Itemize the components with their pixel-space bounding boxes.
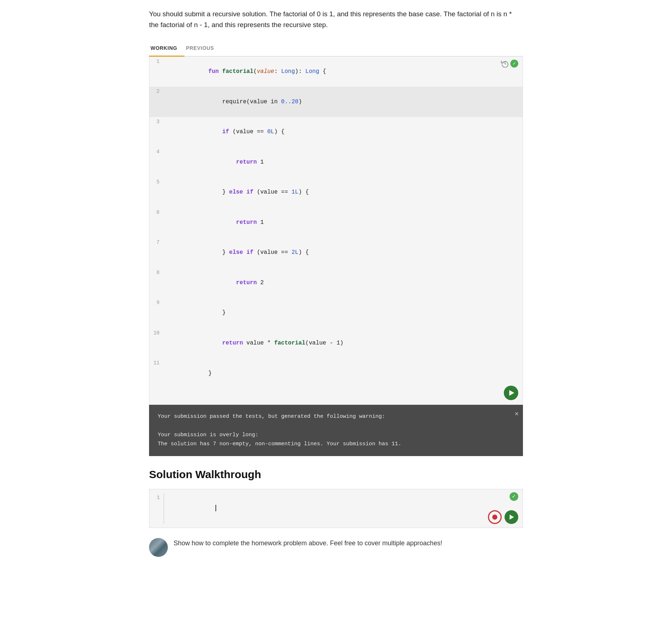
- line-code[interactable]: } else if (value == 2L) {: [164, 238, 523, 268]
- text-cursor: [215, 505, 216, 511]
- warning-line-3: Your submission is overly long:: [158, 430, 514, 440]
- table-row: 8 return 2: [149, 268, 523, 298]
- line-number: 5: [149, 177, 164, 208]
- line-code[interactable]: return 1: [164, 147, 523, 177]
- line-number: 2: [149, 87, 164, 117]
- warning-line-2: [158, 421, 514, 430]
- tabs-container: WORKING PREVIOUS: [149, 41, 523, 57]
- status-check-badge: ✓: [510, 60, 518, 68]
- code-table: 1 fun factorial(value: Long): Long { 2 r…: [149, 57, 523, 404]
- table-row: 10 return value * factorial(value - 1): [149, 328, 523, 359]
- line-number: 11: [149, 358, 164, 389]
- table-row: 5 } else if (value == 1L) {: [149, 177, 523, 208]
- solution-editor-toolbar: ✓: [510, 492, 518, 501]
- user-section: Show how to complete the homework proble…: [149, 528, 523, 557]
- table-row: 9 }: [149, 298, 523, 328]
- line-number: 6: [149, 208, 164, 238]
- line-code[interactable]: return 2: [164, 268, 523, 298]
- table-row: 2 require(value in 0..20): [149, 87, 523, 117]
- line-number: 9: [149, 298, 164, 328]
- warning-line-4: The solution has 7 non-empty, non-commen…: [158, 439, 514, 449]
- solution-run-button[interactable]: [505, 510, 518, 524]
- solution-section: Solution Walkthrough ✓ 1: [149, 456, 523, 528]
- table-row: 11 }: [149, 358, 523, 389]
- solution-line-code[interactable]: [164, 493, 523, 524]
- line-number: 4: [149, 147, 164, 177]
- run-button[interactable]: [504, 386, 518, 400]
- editor-toolbar: ✓: [501, 60, 518, 68]
- line-number: 8: [149, 268, 164, 298]
- solution-check-badge: ✓: [510, 492, 518, 501]
- line-number: 3: [149, 117, 164, 147]
- tab-previous[interactable]: PREVIOUS: [184, 41, 221, 57]
- record-button[interactable]: [488, 510, 502, 524]
- history-icon[interactable]: [501, 60, 509, 68]
- table-row: [149, 389, 523, 404]
- table-row: 1 fun factorial(value: Long): Long {: [149, 57, 523, 87]
- line-code[interactable]: fun factorial(value: Long): Long {: [164, 57, 523, 87]
- warning-box: ✕ Your submission passed the tests, but …: [149, 405, 523, 456]
- solution-code-table: 1: [149, 493, 523, 524]
- solution-title: Solution Walkthrough: [149, 466, 523, 482]
- avatar-image: [149, 538, 168, 557]
- table-row: 6 return 1: [149, 208, 523, 238]
- warning-close-button[interactable]: ✕: [515, 408, 519, 420]
- user-comment-text: Show how to complete the homework proble…: [174, 538, 442, 549]
- record-icon: [492, 515, 497, 520]
- line-code[interactable]: } else if (value == 1L) {: [164, 177, 523, 208]
- table-row: 4 return 1: [149, 147, 523, 177]
- line-code[interactable]: require(value in 0..20): [164, 87, 523, 117]
- line-number: 10: [149, 328, 164, 359]
- line-code[interactable]: }: [164, 358, 523, 389]
- line-code[interactable]: if (value == 0L) {: [164, 117, 523, 147]
- code-editor: ✓ 1 fun factorial(value: Long): Long { 2…: [149, 57, 523, 405]
- solution-editor[interactable]: ✓ 1: [149, 489, 523, 528]
- line-number: 7: [149, 238, 164, 268]
- line-code[interactable]: return 1: [164, 208, 523, 238]
- solution-line-number: 1: [149, 493, 164, 524]
- warning-line-1: Your submission passed the tests, but ge…: [158, 412, 514, 421]
- line-code[interactable]: return value * factorial(value - 1): [164, 328, 523, 359]
- table-row: 1: [149, 493, 523, 524]
- line-code[interactable]: }: [164, 298, 523, 328]
- tab-working[interactable]: WORKING: [149, 41, 184, 57]
- line-number: 1: [149, 57, 164, 87]
- problem-description: You should submit a recursive solution. …: [149, 9, 523, 31]
- avatar: [149, 538, 168, 557]
- table-row: 7 } else if (value == 2L) {: [149, 238, 523, 268]
- table-row: 3 if (value == 0L) {: [149, 117, 523, 147]
